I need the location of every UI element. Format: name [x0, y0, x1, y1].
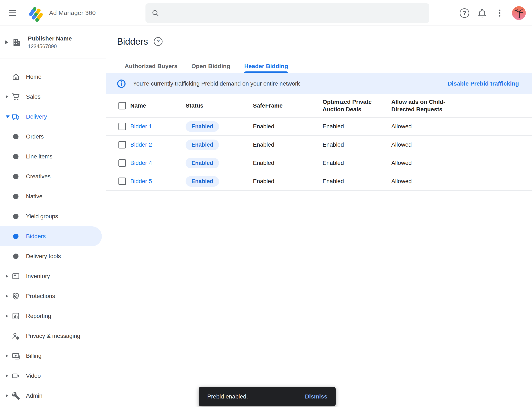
notifications-button[interactable] [477, 8, 487, 18]
bar-chart-icon [11, 312, 20, 321]
ad-slot-icon [11, 272, 20, 281]
chevron-down-icon [6, 116, 9, 118]
status-badge: Enabled [185, 158, 219, 168]
chevron-right-icon [6, 294, 8, 298]
sidebar-item-label: Delivery tools [26, 253, 61, 259]
shield-check-icon [11, 292, 20, 300]
sidebar-item-label: Reporting [26, 313, 51, 319]
bidder-link[interactable]: Bidder 5 [130, 178, 185, 185]
page-title: Bidders [117, 36, 148, 47]
bullet-icon [13, 194, 18, 199]
bell-icon [477, 8, 487, 18]
building-icon [12, 37, 22, 47]
more-options-button[interactable] [495, 8, 504, 18]
sidebar-item-home[interactable]: Home [0, 67, 106, 87]
sidebar-item-sales[interactable]: Sales [0, 87, 106, 107]
status-badge: Enabled [185, 176, 219, 187]
bidder-link[interactable]: Bidder 2 [130, 141, 185, 148]
column-header-status: Status [185, 102, 251, 110]
child-directed-value: Allowed [391, 141, 532, 148]
column-header-safeframe: SafeFrame [253, 102, 318, 110]
sidebar-item-delivery[interactable]: Delivery [0, 107, 106, 127]
prebid-info-banner: You’re currently trafficking Prebid dema… [106, 73, 532, 94]
chevron-right-icon [6, 354, 8, 358]
banknote-icon [11, 352, 20, 360]
search-input[interactable] [165, 10, 424, 16]
sidebar-item-reporting[interactable]: Reporting [0, 306, 106, 326]
select-all-checkbox[interactable] [119, 102, 126, 110]
sidebar-item-label: Delivery [26, 113, 47, 120]
bidders-table: Name Status SafeFrame Optimized Private … [106, 94, 532, 191]
publisher-name: Publisher Name [28, 35, 72, 42]
sidebar-item-label: Orders [26, 133, 44, 140]
sidebar-item-video[interactable]: Video [0, 366, 106, 386]
toast-message: Prebid enabled. [207, 393, 248, 400]
sidebar-item-label: Privacy & messaging [26, 333, 80, 339]
dismiss-button[interactable]: Dismiss [305, 393, 327, 400]
chevron-right-icon [6, 274, 8, 278]
chevron-right-icon [5, 40, 8, 44]
help-button[interactable]: ? [460, 8, 469, 18]
tab-header-bidding[interactable]: Header Bidding [244, 59, 288, 73]
user-avatar[interactable] [512, 6, 526, 20]
app-title: Ad Manager 360 [49, 9, 96, 16]
chevron-right-icon [6, 314, 8, 318]
safeframe-value: Enabled [253, 141, 322, 148]
palm-tree-icon [513, 7, 525, 19]
person-shield-icon [11, 332, 20, 340]
info-icon [117, 79, 126, 88]
status-badge: Enabled [185, 140, 219, 150]
child-directed-value: Allowed [391, 160, 532, 166]
global-search [145, 3, 429, 23]
sidebar-item-protections[interactable]: Protections [0, 286, 106, 306]
opad-value: Enabled [322, 178, 391, 185]
status-badge: Enabled [185, 121, 219, 132]
column-header-name: Name [130, 102, 185, 110]
page-help-icon[interactable]: ? [154, 37, 162, 46]
hamburger-icon [9, 10, 16, 11]
sidebar-item-yield-groups[interactable]: Yield groups [0, 206, 106, 226]
sidebar-item-native[interactable]: Native [0, 187, 106, 206]
sidebar-item-inventory[interactable]: Inventory [0, 266, 106, 286]
bullet-icon [13, 174, 18, 179]
sidebar-nav: Home Sales Delivery Orders [0, 59, 106, 406]
sidebar-item-label: Line items [26, 153, 53, 160]
ad-manager-logo-icon [27, 4, 45, 22]
main-content: Bidders ? Authorized Buyers Open Bidding… [106, 26, 532, 407]
sidebar-item-line-items[interactable]: Line items [0, 147, 106, 166]
bidder-link[interactable]: Bidder 4 [130, 160, 185, 166]
sidebar-item-bidders[interactable]: Bidders [0, 226, 106, 246]
child-directed-value: Allowed [391, 123, 532, 130]
row-checkbox[interactable] [119, 178, 126, 185]
sidebar-item-billing[interactable]: Billing [0, 346, 106, 366]
opad-value: Enabled [322, 123, 391, 130]
row-checkbox[interactable] [119, 123, 126, 130]
row-checkbox[interactable] [119, 159, 126, 167]
bullet-icon [13, 134, 18, 139]
sidebar-item-admin[interactable]: Admin [0, 386, 106, 406]
sidebar-item-orders[interactable]: Orders [0, 127, 106, 147]
kebab-menu-icon [495, 8, 504, 18]
publisher-switcher[interactable]: Publisher Name 1234567890 [0, 26, 106, 59]
sidebar-item-label: Creatives [26, 173, 50, 180]
bullet-icon [13, 234, 18, 239]
table-row: Bidder 2 Enabled Enabled Enabled Allowed [106, 136, 532, 154]
table-row: Bidder 5 Enabled Enabled Enabled Allowed [106, 172, 532, 191]
cart-icon [11, 92, 20, 101]
sidebar-item-privacy-messaging[interactable]: Privacy & messaging [0, 326, 106, 346]
bullet-icon [13, 214, 18, 219]
tab-authorized-buyers[interactable]: Authorized Buyers [125, 59, 177, 73]
sidebar-item-creatives[interactable]: Creatives [0, 166, 106, 187]
toast-snackbar: Prebid enabled. Dismiss [199, 387, 336, 406]
banner-message: You’re currently trafficking Prebid dema… [133, 80, 300, 87]
tab-open-bidding[interactable]: Open Bidding [191, 59, 230, 73]
bullet-icon [13, 154, 18, 159]
hamburger-menu-button[interactable] [9, 7, 21, 19]
help-icon: ? [460, 8, 469, 18]
disable-prebid-trafficking-button[interactable]: Disable Prebid trafficking [448, 80, 519, 87]
sidebar-item-label: Inventory [26, 273, 50, 280]
sidebar-item-delivery-tools[interactable]: Delivery tools [0, 246, 106, 266]
sidebar-item-label: Video [26, 373, 41, 379]
row-checkbox[interactable] [119, 141, 126, 149]
bidder-link[interactable]: Bidder 1 [130, 123, 185, 130]
